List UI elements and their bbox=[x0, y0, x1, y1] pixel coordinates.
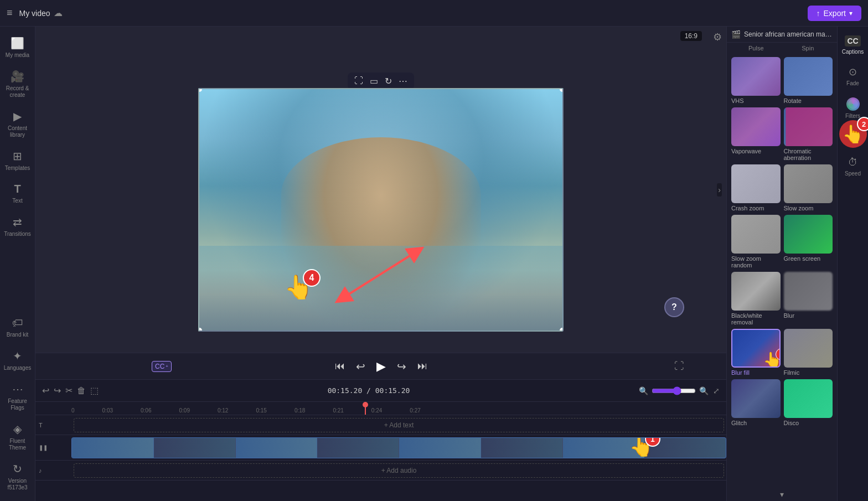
sidebar-item-brand[interactable]: 🏷 Brand kit bbox=[0, 311, 35, 344]
filter-label-blurfill: Blur fill bbox=[731, 369, 781, 376]
resize-handle-tr[interactable] bbox=[560, 88, 564, 92]
filter-label-disco: Disco bbox=[784, 420, 833, 426]
ruler-mark-18: 0:18 bbox=[294, 407, 305, 414]
sidebar-item-version[interactable]: ↻ Versionf5173e3 bbox=[0, 457, 35, 497]
sidebar-item-my-media[interactable]: ⬜ My media bbox=[0, 31, 35, 64]
filter-label-filmic: Filmic bbox=[784, 369, 833, 376]
ruler-mark-27: 0:27 bbox=[410, 407, 420, 414]
video-title-icon: 🎬 bbox=[731, 30, 741, 39]
filter-item-crashzoom[interactable]: Crash zoom bbox=[731, 164, 781, 211]
filter-label-slowrandom: Slow zoomrandom bbox=[731, 255, 781, 268]
video-clip[interactable]: 👆 1 bbox=[71, 437, 726, 458]
project-title: My video bbox=[19, 9, 50, 18]
filter-item-blur[interactable]: Blur bbox=[784, 272, 833, 326]
zoom-slider[interactable] bbox=[652, 386, 696, 395]
cloud-save-icon[interactable]: ☁ bbox=[54, 8, 63, 18]
expand-timeline-button[interactable]: ⤢ bbox=[713, 386, 720, 395]
right-bar-fade[interactable]: ⊙ Fade bbox=[838, 61, 868, 91]
menu-icon[interactable]: ≡ bbox=[7, 7, 13, 19]
filter-item-blurfill[interactable]: 👆 3 Blur fill bbox=[731, 329, 781, 376]
video-preview: ⛶ ▭ ↻ ⋯ bbox=[198, 68, 564, 312]
filter-item-rotate[interactable]: Rotate bbox=[784, 57, 833, 104]
cc-button[interactable]: CC+ bbox=[152, 361, 172, 372]
rewind-button[interactable]: ↩ bbox=[356, 360, 365, 373]
filter-item-chromatic[interactable]: Chromaticaberration bbox=[784, 107, 833, 161]
rotate-tool-icon[interactable]: ↻ bbox=[385, 76, 392, 86]
undo-button[interactable]: ↩ bbox=[42, 385, 49, 396]
filter-item-greenscreen[interactable]: Green screen bbox=[784, 215, 833, 268]
sidebar-item-feature-flags[interactable]: ⋯ FeatureFlags bbox=[0, 377, 35, 417]
filter-item-vaporwave[interactable]: Vaporwave bbox=[731, 107, 781, 161]
aspect-ratio-badge: 16:9 bbox=[680, 31, 702, 41]
filter-row-1: VHS Rotate bbox=[731, 57, 833, 104]
preview-settings-icon[interactable]: ⚙ bbox=[713, 31, 722, 43]
right-bar-captions[interactable]: CC Captions bbox=[838, 31, 868, 59]
play-pause-button[interactable]: ▶ bbox=[376, 359, 386, 374]
fast-forward-button[interactable]: ↪ bbox=[397, 360, 406, 373]
zoom-out-icon[interactable]: 🔍 bbox=[639, 386, 648, 395]
video-toolbar: ⛶ ▭ ↻ ⋯ bbox=[348, 73, 414, 90]
languages-icon: ✦ bbox=[13, 349, 22, 363]
fullscreen-button[interactable]: ⛶ bbox=[674, 360, 684, 372]
filter-thumb-vaporwave bbox=[731, 107, 781, 146]
sidebar-item-text[interactable]: T Text bbox=[0, 177, 35, 210]
filter-thumb-filmic bbox=[784, 329, 833, 368]
fade-icon: ⊙ bbox=[849, 66, 857, 78]
ruler-mark-12: 0:12 bbox=[218, 407, 228, 414]
resize-handle-br[interactable] bbox=[560, 328, 564, 332]
filter-item-vhs[interactable]: VHS bbox=[731, 57, 781, 104]
playhead[interactable] bbox=[365, 402, 366, 415]
right-bar-speed[interactable]: ⏱ Speed bbox=[838, 152, 868, 181]
filter-item-slowzoom[interactable]: Slow zoom bbox=[784, 164, 833, 211]
delete-button[interactable]: 🗑 bbox=[77, 386, 86, 396]
captions-icon: CC bbox=[845, 35, 860, 47]
timeline-area: ↩ ↪ ✂ 🗑 ⬚ 00:15.20 / 00:15.20 🔍 🔍 ⤢ 0 0:… bbox=[35, 379, 726, 501]
panel-collapse-arrow[interactable]: › bbox=[717, 183, 722, 197]
filter-thumb-disco bbox=[784, 379, 833, 418]
filters-icon bbox=[846, 97, 860, 111]
water-overlay bbox=[199, 246, 562, 330]
export-button[interactable]: ↑ Export ▾ bbox=[808, 6, 861, 21]
filter-item-filmic[interactable]: Filmic bbox=[784, 329, 833, 376]
filter-item-slowrandom[interactable]: Slow zoomrandom bbox=[731, 215, 781, 268]
text-track-label: T bbox=[35, 422, 71, 428]
filter-item-disco[interactable]: Disco bbox=[784, 379, 833, 426]
sidebar-item-languages[interactable]: ✦ Languages bbox=[0, 344, 35, 377]
sidebar-item-content-library[interactable]: ▶ Contentlibrary bbox=[0, 104, 35, 144]
subtitle-tool-icon[interactable]: ▭ bbox=[370, 76, 378, 86]
audio-track-icon: ♪ bbox=[39, 467, 42, 474]
zoom-in-icon[interactable]: 🔍 bbox=[699, 386, 709, 395]
redo-button[interactable]: ↪ bbox=[54, 385, 61, 396]
filter-item-bwremoval[interactable]: Black/whiteremoval bbox=[731, 272, 781, 326]
video-frame bbox=[198, 88, 564, 332]
help-button[interactable]: ? bbox=[664, 297, 684, 317]
crop-tool-icon[interactable]: ⛶ bbox=[354, 76, 363, 86]
audio-track-content[interactable]: + Add audio bbox=[74, 463, 724, 478]
transitions-icon: ⇄ bbox=[13, 215, 22, 229]
more-tools-icon[interactable]: ⋯ bbox=[399, 76, 407, 86]
filter-thumb-rotate bbox=[784, 57, 833, 96]
filter-item-glitch[interactable]: Glitch bbox=[731, 379, 781, 426]
filters-panel-collapse[interactable]: ▾ bbox=[727, 488, 837, 501]
skip-forward-button[interactable]: ⏭ bbox=[417, 360, 427, 372]
video-track-play-icon[interactable]: ❚❚ bbox=[39, 445, 48, 451]
text-track-content[interactable]: + Add text bbox=[74, 418, 724, 432]
ruler-mark-3: 0:03 bbox=[102, 407, 113, 414]
filter-label-chromatic: Chromaticaberration bbox=[784, 148, 833, 161]
cut-button[interactable]: ✂ bbox=[65, 385, 73, 396]
filter-label-vaporwave: Vaporwave bbox=[731, 148, 781, 154]
annotation-cursor-3: 👆 3 bbox=[763, 351, 781, 368]
skip-back-button[interactable]: ⏮ bbox=[335, 360, 345, 372]
sidebar-item-fluent-theme[interactable]: ◈ FluentTheme bbox=[0, 417, 35, 457]
video-track-content: 👆 1 bbox=[71, 437, 726, 458]
filter-thumb-chromatic bbox=[784, 107, 833, 146]
save-frame-button[interactable]: ⬚ bbox=[90, 385, 99, 396]
filter-thumb-slowrandom bbox=[731, 215, 781, 254]
feature-flags-icon: ⋯ bbox=[12, 383, 23, 396]
sidebar-item-transitions[interactable]: ⇄ Transitions bbox=[0, 210, 35, 243]
templates-icon: ⊞ bbox=[13, 149, 22, 163]
sidebar-item-record[interactable]: 🎥 Record &create bbox=[0, 64, 35, 104]
speed-label: Speed bbox=[845, 171, 861, 177]
sidebar-item-templates[interactable]: ⊞ Templates bbox=[0, 144, 35, 177]
content-library-icon: ▶ bbox=[13, 110, 22, 123]
